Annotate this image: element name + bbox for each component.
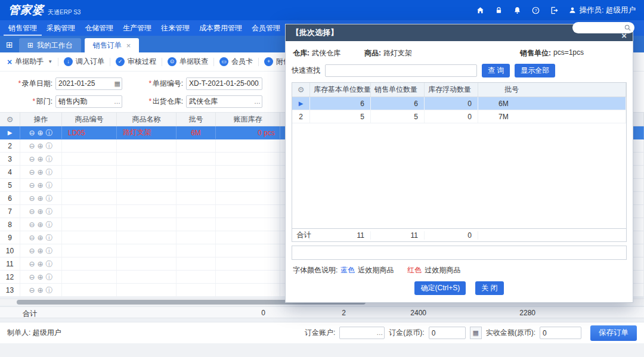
remove-row-icon[interactable]: ⊖ bbox=[29, 129, 35, 136]
add-row-icon[interactable]: ⊕ bbox=[38, 234, 44, 241]
close-button[interactable]: 关 闭 bbox=[475, 281, 503, 295]
add-row-icon[interactable]: ⊕ bbox=[38, 274, 44, 281]
menu-item-purchase[interactable]: 采购管理 bbox=[42, 20, 80, 36]
product-name-cell: 路灯支架 bbox=[117, 126, 177, 139]
notification-bell-icon[interactable] bbox=[513, 6, 522, 15]
row-info-icon[interactable]: ⓘ bbox=[46, 195, 53, 202]
menu-item-members[interactable]: 会员管理 bbox=[247, 20, 285, 36]
remove-row-icon[interactable]: ⊖ bbox=[29, 274, 35, 281]
row-info-icon[interactable]: ⓘ bbox=[46, 274, 53, 281]
tab-sales-order[interactable]: 销售订单 × bbox=[85, 38, 140, 52]
show-all-button[interactable]: 显示全部 bbox=[515, 64, 555, 77]
toolbar-doc-assistant[interactable]: × 单据助手 ▼ bbox=[7, 57, 52, 67]
add-row-icon[interactable]: ⊕ bbox=[38, 129, 44, 136]
menu-item-sales[interactable]: 销售管理 bbox=[4, 20, 42, 36]
add-row-icon[interactable]: ⊕ bbox=[38, 195, 44, 202]
col-header-batch[interactable]: 批号 bbox=[478, 83, 626, 97]
table-settings-gear-icon[interactable]: ⚙ bbox=[298, 85, 305, 94]
toolbar-doc-link-query[interactable]: ⊙ 单据联查 bbox=[168, 57, 208, 67]
batch-row[interactable]: ▶ 6 6 0 6M bbox=[292, 97, 626, 110]
add-row-icon[interactable]: ⊕ bbox=[38, 287, 44, 294]
col-header-float-qty[interactable]: 库存浮动数量 bbox=[425, 83, 478, 97]
dashboard-icon[interactable]: ⊞ bbox=[6, 37, 13, 52]
remove-row-icon[interactable]: ⊖ bbox=[29, 142, 35, 150]
remark-box[interactable] bbox=[292, 246, 627, 260]
remove-row-icon[interactable]: ⊖ bbox=[29, 247, 35, 254]
row-info-icon[interactable]: ⓘ bbox=[46, 169, 53, 176]
ship-warehouse-input[interactable] bbox=[186, 95, 262, 108]
row-number: 2 bbox=[292, 110, 310, 123]
row-info-icon[interactable]: ⓘ bbox=[46, 156, 53, 163]
remove-row-icon[interactable]: ⊖ bbox=[29, 208, 35, 215]
col-header-name[interactable]: 商品名称 bbox=[117, 113, 177, 126]
row-info-icon[interactable]: ⓘ bbox=[46, 287, 53, 294]
col-header-stock[interactable]: 账面库存 bbox=[216, 113, 280, 126]
remove-row-icon[interactable]: ⊖ bbox=[29, 182, 35, 189]
row-info-icon[interactable]: ⓘ bbox=[46, 142, 53, 150]
batch-cell bbox=[177, 244, 216, 257]
global-search[interactable] bbox=[572, 22, 634, 33]
search-button[interactable]: 查 询 bbox=[482, 64, 510, 77]
add-row-icon[interactable]: ⊕ bbox=[38, 169, 44, 176]
add-row-icon[interactable]: ⊕ bbox=[38, 208, 44, 215]
menu-item-contacts[interactable]: 往来管理 bbox=[156, 20, 194, 36]
remove-row-icon[interactable]: ⊖ bbox=[29, 234, 35, 241]
col-header-sale-qty[interactable]: 销售单位数量 bbox=[371, 83, 425, 97]
toolbar-audit-process[interactable]: ✓ 审核过程 bbox=[116, 57, 156, 67]
record-date-input[interactable] bbox=[55, 77, 122, 90]
tab-close-icon[interactable]: × bbox=[126, 41, 131, 50]
global-search-input[interactable] bbox=[575, 24, 624, 32]
menu-item-production[interactable]: 生产管理 bbox=[118, 20, 156, 36]
remove-row-icon[interactable]: ⊖ bbox=[29, 221, 35, 228]
doc-no-input[interactable] bbox=[186, 77, 262, 90]
remove-row-icon[interactable]: ⊖ bbox=[29, 195, 35, 202]
row-info-icon[interactable]: ⓘ bbox=[46, 208, 53, 215]
calendar-icon[interactable]: ▦ bbox=[114, 80, 120, 87]
add-row-icon[interactable]: ⊕ bbox=[38, 247, 44, 254]
quick-find-input[interactable] bbox=[325, 64, 477, 77]
row-info-icon[interactable]: ⓘ bbox=[46, 221, 53, 228]
lookup-ellipsis-icon[interactable]: … bbox=[114, 98, 120, 105]
add-row-icon[interactable]: ⊕ bbox=[38, 221, 44, 228]
row-info-icon[interactable]: ⓘ bbox=[46, 260, 53, 268]
row-info-icon[interactable]: ⓘ bbox=[46, 234, 53, 241]
remove-row-icon[interactable]: ⊖ bbox=[29, 169, 35, 176]
calculator-icon[interactable]: ▦ bbox=[470, 327, 482, 339]
grid-settings-gear-icon[interactable]: ⚙ bbox=[7, 115, 14, 124]
add-row-icon[interactable]: ⊕ bbox=[38, 182, 44, 189]
lookup-ellipsis-icon[interactable]: … bbox=[376, 330, 383, 336]
received-input[interactable] bbox=[540, 327, 581, 339]
row-info-icon[interactable]: ⓘ bbox=[46, 247, 53, 254]
remove-row-icon[interactable]: ⊖ bbox=[29, 287, 35, 294]
operator-info[interactable]: 操作员: 超级用户 bbox=[568, 5, 636, 15]
confirm-button[interactable]: 确定(Ctrl+S) bbox=[414, 281, 466, 295]
remove-row-icon[interactable]: ⊖ bbox=[29, 156, 35, 163]
batch-cell bbox=[177, 139, 216, 152]
home-icon[interactable] bbox=[476, 6, 485, 15]
save-order-button[interactable]: 保存订单 bbox=[590, 325, 637, 341]
department-input[interactable] bbox=[55, 95, 122, 108]
batch-row[interactable]: 2 5 5 0 7M bbox=[292, 110, 626, 123]
row-info-icon[interactable]: ⓘ bbox=[46, 129, 53, 136]
menu-item-warehouse[interactable]: 仓储管理 bbox=[80, 20, 118, 36]
add-row-icon[interactable]: ⊕ bbox=[38, 142, 44, 150]
float-qty-cell: 0 bbox=[425, 97, 478, 110]
logout-icon[interactable] bbox=[550, 6, 559, 15]
col-header-batch[interactable]: 批号 bbox=[177, 113, 216, 126]
remove-row-icon[interactable]: ⊖ bbox=[29, 260, 35, 268]
col-header-op[interactable]: 操作 bbox=[20, 113, 62, 126]
lock-icon[interactable] bbox=[494, 6, 503, 15]
help-icon[interactable]: ? bbox=[531, 6, 540, 15]
add-row-icon[interactable]: ⊕ bbox=[38, 156, 44, 163]
toolbar-import-order[interactable]: ↓ 调入订单 bbox=[64, 57, 104, 67]
add-row-icon[interactable]: ⊕ bbox=[38, 260, 44, 268]
deposit-input[interactable] bbox=[429, 327, 466, 339]
col-header-base-qty[interactable]: 库存基本单位数量 bbox=[310, 83, 371, 97]
col-header-code[interactable]: 商品编号 bbox=[62, 113, 117, 126]
toolbar-member-card[interactable]: ▭ 会员卡 bbox=[219, 57, 253, 67]
row-info-icon[interactable]: ⓘ bbox=[46, 182, 53, 189]
menu-item-cost[interactable]: 成本费用管理 bbox=[194, 20, 247, 36]
tab-workbench[interactable]: ⊞ 我的工作台 bbox=[19, 38, 81, 52]
totals-float-qty: 0 bbox=[425, 231, 478, 240]
lookup-ellipsis-icon[interactable]: … bbox=[254, 98, 261, 105]
